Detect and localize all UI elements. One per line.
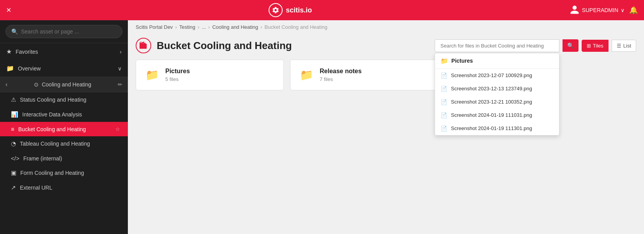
sidebar-item-label: Bucket Cooling and Heating [18,126,111,132]
folder-tile-icon: 📁 [300,69,313,81]
file-icon: 📄 [441,112,447,118]
collapse-button[interactable]: ‹ [5,81,7,88]
close-button[interactable]: × [6,5,11,15]
page-icon [136,38,151,53]
overview-label: Overview [18,65,41,72]
bell-icon[interactable]: 🔔 [629,6,638,14]
folder-tile-icon: 📁 [145,69,159,81]
tableau-icon: ◔ [11,140,16,147]
dropdown-file-name: Screenshot 2023-12-21 100352.png [451,99,532,105]
chevron-right-icon: › [120,49,122,55]
tile-name: Release notes [320,68,428,75]
dropdown-file-name: Screenshot 2024-01-19 111031.png [451,112,532,118]
tile-release-notes[interactable]: 📁 Release notes 7 files [290,60,438,90]
favorite-star-icon[interactable]: ☆ [115,126,120,132]
app-title: scitis.io [286,6,312,14]
tile-name: Pictures [165,68,274,75]
chevron-down-icon: ∨ [621,7,625,13]
dropdown-section-label: Pictures [451,58,473,64]
search-icon: 🔍 [11,28,18,35]
list-view-button[interactable]: ☰ List [612,40,636,52]
nav-section-icon: ⊙ [34,81,39,88]
favorites-label: Favorites [16,49,38,55]
dropdown-folder-icon: 📁 [441,57,448,65]
sidebar-item-label: Interactive Data Analysis [22,111,120,118]
sidebar-item-label: Form Cooling and Heating [20,170,120,176]
search-files-input[interactable] [435,39,559,52]
search-dropdown-wrap: 📁 Pictures 📄 Screenshot 2023-12-07 10092… [435,39,559,52]
search-button[interactable]: 🔍 [563,39,579,52]
warning-icon: ⚠ [11,96,16,103]
file-icon: 📄 [441,72,447,79]
sidebar-item-tableau[interactable]: ◔ Tableau Cooling and Heating [0,136,128,151]
user-label: SUPERADMIN [582,7,618,13]
dropdown-item-3[interactable]: 📄 Screenshot 2024-01-19 111031.png [435,109,559,122]
search-input[interactable] [21,28,117,35]
topbar: × scitis.io SUPERADMIN ∨ 🔔 [0,0,644,20]
tiles-area: 📁 Pictures 5 files 📁 Release notes 7 fil… [128,60,644,98]
file-icon: 📄 [441,99,447,105]
dropdown-section-header: 📁 Pictures [435,53,559,69]
dropdown-item-1[interactable]: 📄 Screenshot 2023-12-13 123749.png [435,82,559,95]
tile-meta: 7 files [320,76,428,82]
topbar-right: SUPERADMIN ∨ 🔔 [570,5,638,16]
sidebar-item-interactive[interactable]: 📊 Interactive Data Analysis [0,107,128,122]
sidebar: 🔍 ★ Favorites › 📁 Overview ∨ ‹ ⊙ Cooling… [0,20,128,234]
breadcrumb: Scitis Portal Dev › Testing › ... › Cool… [128,20,644,34]
breadcrumb-cooling[interactable]: Cooling and Heating [212,24,258,30]
main-wrapper: 🔍 ★ Favorites › 📁 Overview ∨ ‹ ⊙ Cooling… [0,20,644,234]
list-icon: ☰ [617,43,621,49]
tiles-label: Tiles [593,43,603,49]
external-link-icon: ↗ [11,184,16,191]
folder-icon: 📁 [6,65,14,72]
file-icon: 📄 [441,86,447,92]
tiles-grid-icon: ⊞ [587,43,591,49]
sidebar-overview[interactable]: 📁 Overview ∨ [0,60,128,77]
list-label: List [623,43,631,49]
tile-info: Release notes 7 files [320,68,428,82]
user-menu[interactable]: SUPERADMIN ∨ [570,5,625,16]
content-area: Scitis Portal Dev › Testing › ... › Cool… [128,20,644,234]
sidebar-item-label: Frame (internal) [23,155,120,162]
gear-icon [269,3,283,17]
user-avatar-icon [570,5,580,16]
tiles-view-button[interactable]: ⊞ Tiles [582,40,609,52]
header-controls: 📁 Pictures 📄 Screenshot 2023-12-07 10092… [435,39,636,52]
layers-icon: ≡ [11,126,14,132]
sidebar-search-area: 🔍 [0,20,128,43]
sidebar-item-status[interactable]: ⚠ Status Cooling and Heating [0,92,128,107]
tile-meta: 5 files [165,76,274,82]
tile-info: Pictures 5 files [165,68,274,82]
chart-icon: 📊 [11,111,18,118]
sidebar-item-label: Status Cooling and Heating [20,97,120,103]
edit-button[interactable]: ✏ [118,81,122,88]
search-box[interactable]: 🔍 [5,25,122,38]
page-header: Bucket Cooling and Heating 📁 Pictures 📄 … [128,34,644,60]
breadcrumb-current: Bucket Cooling and Heating [265,24,327,30]
file-icon: 📄 [441,125,447,132]
breadcrumb-portal[interactable]: Scitis Portal Dev [136,24,173,30]
nav-section-header: ‹ ⊙ Cooling and Heating ✏ [0,77,128,92]
dropdown-item-4[interactable]: 📄 Screenshot 2024-01-19 111301.png [435,122,559,135]
star-icon: ★ [6,48,12,55]
sidebar-item-bucket[interactable]: ≡ Bucket Cooling and Heating ☆ [0,122,128,136]
tile-pictures[interactable]: 📁 Pictures 5 files [136,60,284,90]
dropdown-file-name: Screenshot 2023-12-13 123749.png [451,86,532,91]
sidebar-favorites[interactable]: ★ Favorites › [0,43,128,60]
sidebar-item-frame[interactable]: </> Frame (internal) [0,151,128,165]
page-title: Bucket Cooling and Heating [157,40,292,52]
sidebar-item-label: External URL [20,185,120,191]
dropdown-item-2[interactable]: 📄 Screenshot 2023-12-21 100352.png [435,95,559,109]
sidebar-item-external[interactable]: ↗ External URL [0,180,128,195]
breadcrumb-testing[interactable]: Testing [179,24,195,30]
dropdown-file-name: Screenshot 2024-01-19 111301.png [451,125,532,131]
dropdown-item-0[interactable]: 📄 Screenshot 2023-12-07 100929.png [435,69,559,82]
breadcrumb-ellipsis[interactable]: ... [202,24,206,30]
page-title-wrap: Bucket Cooling and Heating [136,38,292,53]
chevron-down-icon: ∨ [118,65,122,72]
nav-section-label: Cooling and Heating [42,81,91,88]
sidebar-item-form[interactable]: ▣ Form Cooling and Heating [0,165,128,180]
search-dropdown: 📁 Pictures 📄 Screenshot 2023-12-07 10092… [435,53,559,135]
sidebar-item-label: Tableau Cooling and Heating [20,141,120,147]
code-icon: </> [11,155,19,162]
